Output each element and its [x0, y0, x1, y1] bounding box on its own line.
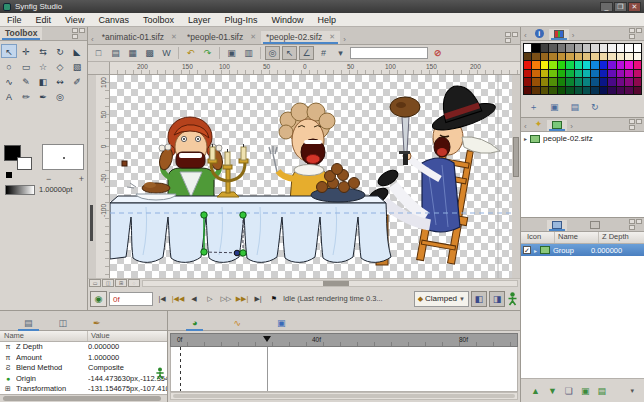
tab-palette[interactable]	[549, 29, 569, 40]
rotate-tool[interactable]: ↻	[52, 44, 68, 58]
param-row-zdepth[interactable]: π Z Depth 0.000000	[0, 342, 167, 353]
group-layer-button[interactable]: ▣	[581, 386, 590, 396]
palette-swatch[interactable]	[634, 70, 641, 78]
palette-swatch[interactable]	[617, 87, 624, 95]
palette-swatch[interactable]	[532, 61, 539, 69]
tab-scroll-left-icon[interactable]: ‹	[88, 35, 97, 44]
smooth-move-tool[interactable]: ✛	[18, 44, 34, 58]
palette-swatch[interactable]	[608, 78, 615, 86]
track-area[interactable]	[170, 347, 518, 392]
save-as-button[interactable]: ▩	[142, 46, 157, 60]
vertical-ruler[interactable]: 100 50 0 -50 -100	[96, 75, 110, 278]
dock-widget[interactable]	[627, 27, 644, 40]
canvas-viewport[interactable]	[110, 75, 512, 278]
palette-swatch[interactable]	[549, 61, 556, 69]
palette-swatch[interactable]	[617, 61, 624, 69]
minimize-button[interactable]: _	[600, 2, 613, 12]
layer-menu-caret-icon[interactable]: ▾	[630, 387, 634, 395]
palette-swatch[interactable]	[558, 44, 565, 52]
palette-swatch[interactable]	[524, 61, 531, 69]
toolbox-tab[interactable]: Toolbox	[0, 27, 42, 40]
menu-canvas[interactable]: Canvas	[91, 13, 136, 26]
layers-col-name[interactable]: Name	[555, 232, 599, 243]
ruler-corner-button[interactable]	[88, 62, 110, 74]
palette-swatch[interactable]	[549, 87, 556, 95]
layers-list[interactable]: ✓ ▸ Group 0.000000	[521, 244, 644, 378]
palette-swatch[interactable]	[591, 53, 598, 61]
param-row-origin[interactable]: ● Origin -144.473630px,-112.3540	[0, 374, 167, 385]
params-scrollbar[interactable]	[0, 394, 167, 402]
circle-tool[interactable]: ○	[1, 59, 17, 73]
save-palette-button[interactable]: ▣	[550, 102, 559, 112]
palette-swatch[interactable]	[600, 44, 607, 52]
palette-swatch[interactable]	[566, 78, 573, 86]
load-default-palette-button[interactable]: ↻	[591, 102, 599, 112]
close-button[interactable]: ✕	[628, 2, 641, 12]
palette-swatch[interactable]	[566, 87, 573, 95]
palette-swatch[interactable]	[608, 53, 615, 61]
default-gradient-swatch[interactable]	[5, 185, 35, 195]
panel-scroll-right-icon[interactable]: ›	[567, 122, 576, 131]
vertical-scrollbar[interactable]	[512, 75, 520, 278]
palette-swatch[interactable]	[524, 53, 531, 61]
palette-swatch[interactable]	[617, 78, 624, 86]
panel-scroll-left-icon[interactable]: ‹	[521, 122, 530, 131]
canvas-browser-list[interactable]: ▸ people-02.sifz	[521, 132, 644, 217]
palette-swatch[interactable]	[558, 70, 565, 78]
onion-skin-future-button[interactable]: ◨	[489, 291, 505, 307]
param-row-transformation[interactable]: ⊞ Transformation -131.154675px,-107.4105	[0, 384, 167, 394]
palette-swatch[interactable]	[549, 78, 556, 86]
menu-layer[interactable]: Layer	[181, 13, 218, 26]
time-cursor-icon[interactable]	[263, 336, 271, 342]
palette-swatch[interactable]	[583, 53, 590, 61]
maximize-button[interactable]: ❐	[614, 2, 627, 12]
tab-people-01[interactable]: *people-01.sifz✕	[182, 31, 261, 44]
prev-frame-button[interactable]: ◀	[187, 292, 201, 306]
palette-swatch[interactable]	[608, 70, 615, 78]
layer-row-group[interactable]: ✓ ▸ Group 0.000000	[521, 244, 644, 256]
gradient-tool[interactable]: ▧	[69, 59, 85, 73]
palette-swatch[interactable]	[583, 78, 590, 86]
tab-animatic-01[interactable]: *animatic-01.sifz✕	[97, 31, 182, 44]
palette-swatch[interactable]	[541, 70, 548, 78]
menu-file[interactable]: File	[0, 13, 29, 26]
tab-layers[interactable]	[547, 220, 567, 231]
palette-swatch[interactable]	[591, 44, 598, 52]
palette-swatch[interactable]	[575, 61, 582, 69]
lower-layer-button[interactable]: ▼	[548, 386, 557, 396]
new-layer-button[interactable]: ▤	[597, 386, 606, 396]
palette-swatch[interactable]	[566, 53, 573, 61]
palette-swatch[interactable]	[625, 61, 632, 69]
palette-swatch[interactable]	[524, 87, 531, 95]
tab-people-02[interactable]: *people-02.sifz✕	[261, 31, 340, 44]
save-file-button[interactable]: ▦	[125, 46, 140, 60]
tab-info[interactable]: i	[530, 28, 549, 40]
new-file-button[interactable]: □	[91, 46, 106, 60]
palette-swatch[interactable]	[549, 70, 556, 78]
canvas-scene[interactable]	[110, 75, 512, 278]
fill-tool[interactable]: ◧	[35, 74, 51, 88]
palette-swatch[interactable]	[566, 61, 573, 69]
expander-icon[interactable]: ▸	[524, 135, 527, 142]
star-tool[interactable]: ☆	[35, 59, 51, 73]
palette-swatch[interactable]	[625, 87, 632, 95]
palette-swatch[interactable]	[583, 87, 590, 95]
redo-button[interactable]: ↷	[200, 46, 215, 60]
tab-close-icon[interactable]: ✕	[250, 33, 256, 41]
palette-swatch[interactable]	[617, 53, 624, 61]
add-color-button[interactable]: ＋	[529, 101, 538, 114]
stop-render-button[interactable]: ⊘	[430, 46, 445, 60]
panel-scroll-right-icon[interactable]: ›	[569, 31, 578, 40]
play-button[interactable]: ▷	[203, 292, 217, 306]
palette-swatch[interactable]	[608, 44, 615, 52]
tab-timetrack[interactable]: ◕	[186, 316, 203, 330]
tab-scroll-right-icon[interactable]: ›	[340, 35, 349, 44]
decrease-width-button[interactable]: −	[46, 174, 51, 184]
dock-widget[interactable]	[503, 31, 520, 44]
increase-width-button[interactable]: +	[79, 174, 84, 184]
palette-swatch[interactable]	[575, 44, 582, 52]
timetrack-scrollbar[interactable]	[170, 392, 518, 400]
tab-close-icon[interactable]: ✕	[171, 33, 177, 41]
horizontal-ruler[interactable]: 200 150 100 50 0 50 100 150 200	[110, 62, 520, 74]
timebar[interactable]: 0f 40f 80f	[170, 333, 518, 347]
